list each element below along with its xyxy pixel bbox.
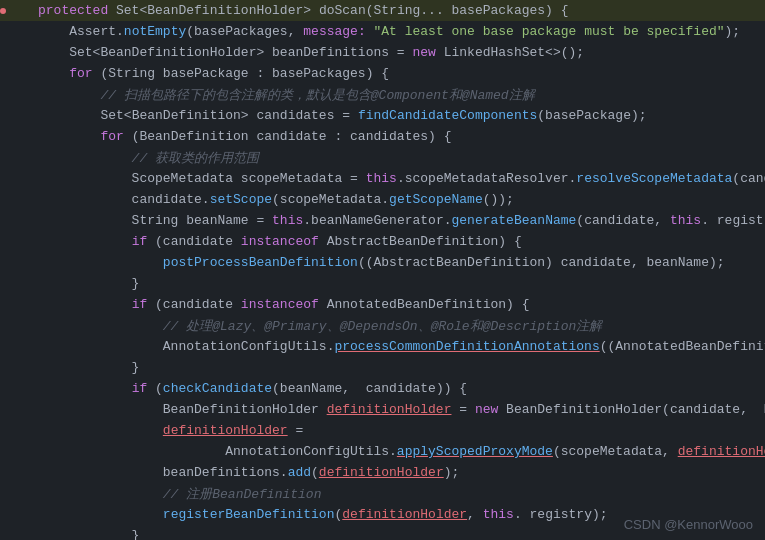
line-content: protected Set<BeanDefinitionHolder> doSc… [34, 3, 765, 18]
code-token: <BeanDefinitionHolder> [93, 45, 265, 60]
code-token: Set [108, 3, 139, 18]
line-content: String beanName = this.beanNameGenerator… [34, 213, 765, 228]
code-token: ((AbstractBeanDefinition) candidate, bea… [358, 255, 725, 270]
line-indicator [0, 525, 6, 540]
line-indicator [0, 336, 6, 357]
code-token: } [38, 360, 139, 375]
line-content: // 扫描包路径下的包含注解的类，默认是包含@Component和@Named注… [34, 86, 765, 104]
code-token: . registry); [514, 507, 608, 522]
code-token: (basePackages, [186, 24, 303, 39]
line-indicator [0, 420, 6, 441]
code-token: generateBeanName [452, 213, 577, 228]
code-token: (scopeMetadata. [272, 192, 389, 207]
code-line: } [0, 357, 765, 378]
line-indicator [0, 483, 6, 504]
line-indicator [0, 357, 6, 378]
code-token: String beanName = [38, 213, 272, 228]
code-token: ScopeMetadata scopeMetadata = [38, 171, 366, 186]
line-indicator [0, 252, 6, 273]
line-content: for (String basePackage : basePackages) … [34, 66, 765, 81]
code-token: definitionHolder [319, 465, 444, 480]
code-line: candidate.setScope(scopeMetadata.getScop… [0, 189, 765, 210]
line-indicator [0, 399, 6, 420]
line-content: } [34, 276, 765, 291]
line-content: AnnotationConfigUtils.applyScopedProxyMo… [34, 444, 765, 459]
code-token: BeanDefinitionHolder(candidate, beanName… [498, 402, 765, 417]
code-token: AnnotationConfigUtils. [38, 444, 397, 459]
code-token: ( [311, 465, 319, 480]
code-token: this [670, 213, 701, 228]
code-token: LinkedHashSet<> [436, 45, 561, 60]
code-line: // 处理@Lazy、@Primary、@DependsOn、@Role和@De… [0, 315, 765, 336]
code-token: Assert. [38, 24, 124, 39]
code-token: // 注册BeanDefinition [38, 487, 321, 502]
line-content: // 注册BeanDefinition [34, 485, 765, 503]
code-token: add [288, 465, 311, 480]
code-line: String beanName = this.beanNameGenerator… [0, 210, 765, 231]
code-token: // 获取类的作用范围 [38, 151, 259, 166]
code-line: protected Set<BeanDefinitionHolder> doSc… [0, 0, 765, 21]
code-token: ); [725, 24, 741, 39]
line-content: for (BeanDefinition candidate : candidat… [34, 129, 765, 144]
line-indicator [0, 210, 6, 231]
line-indicator [0, 378, 6, 399]
code-line: // 扫描包路径下的包含注解的类，默认是包含@Component和@Named注… [0, 84, 765, 105]
code-token: (String... basePackages) { [366, 3, 569, 18]
code-token: AnnotatedBeanDefinition) { [319, 297, 530, 312]
code-token: . [303, 213, 311, 228]
code-line: ScopeMetadata scopeMetadata = this.scope… [0, 168, 765, 189]
code-token: if [132, 381, 148, 396]
line-indicator [0, 168, 6, 189]
line-indicator [0, 189, 6, 210]
code-token: beanDefinitions. [38, 465, 288, 480]
code-line: if (candidate instanceof AbstractBeanDef… [0, 231, 765, 252]
code-token: instanceof [241, 234, 319, 249]
code-token: instanceof [241, 297, 319, 312]
line-content: definitionHolder = [34, 423, 765, 438]
code-token [38, 129, 100, 144]
code-token: ()); [483, 192, 514, 207]
code-token: (); [561, 45, 584, 60]
line-indicator [0, 84, 6, 105]
code-token: <BeanDefinitionHolder> [139, 3, 311, 18]
code-token: protected [38, 3, 108, 18]
code-token: } [38, 276, 139, 291]
line-indicator [0, 126, 6, 147]
code-token: (beanName, candidate)) { [272, 381, 467, 396]
code-token [38, 507, 163, 522]
code-token: applyScopedProxyMode [397, 444, 553, 459]
code-line: // 获取类的作用范围 [0, 147, 765, 168]
line-content: if (checkCandidate(beanName, candidate))… [34, 381, 765, 396]
code-line: postProcessBeanDefinition((AbstractBeanD… [0, 252, 765, 273]
code-token: definitionHolder [342, 507, 467, 522]
code-token: beanDefinitions = [264, 45, 412, 60]
code-token: processCommonDefinitionAnnotations [334, 339, 599, 354]
code-token: checkCandidate [163, 381, 272, 396]
code-token: getScopeName [389, 192, 483, 207]
line-content: beanDefinitions.add(definitionHolder); [34, 465, 765, 480]
code-token: = [451, 402, 474, 417]
code-token [38, 234, 132, 249]
code-line: BeanDefinitionHolder definitionHolder = … [0, 399, 765, 420]
code-token: resolveScopeMetadata [576, 171, 732, 186]
code-token: this [272, 213, 303, 228]
code-line: beanDefinitions.add(definitionHolder); [0, 462, 765, 483]
line-indicator [0, 462, 6, 483]
code-line: } [0, 273, 765, 294]
code-token: } [38, 528, 139, 540]
line-content: } [34, 360, 765, 375]
code-line: AnnotationConfigUtils.applyScopedProxyMo… [0, 441, 765, 462]
line-content: Set<BeanDefinition> candidates = findCan… [34, 108, 765, 123]
line-indicator [0, 21, 6, 42]
line-content: postProcessBeanDefinition((AbstractBeanD… [34, 255, 765, 270]
code-token: , [467, 507, 483, 522]
line-content: BeanDefinitionHolder definitionHolder = … [34, 402, 765, 417]
code-token: for [100, 129, 123, 144]
code-token: . [444, 213, 452, 228]
code-token: (candidate [147, 234, 241, 249]
code-token: // 扫描包路径下的包含注解的类，默认是包含@Component和@Named注… [38, 88, 535, 103]
line-content: ScopeMetadata scopeMetadata = this.scope… [34, 171, 765, 186]
line-indicator [0, 231, 6, 252]
line-content: Assert.notEmpty(basePackages, message: "… [34, 24, 765, 39]
code-token: (basePackage); [537, 108, 646, 123]
